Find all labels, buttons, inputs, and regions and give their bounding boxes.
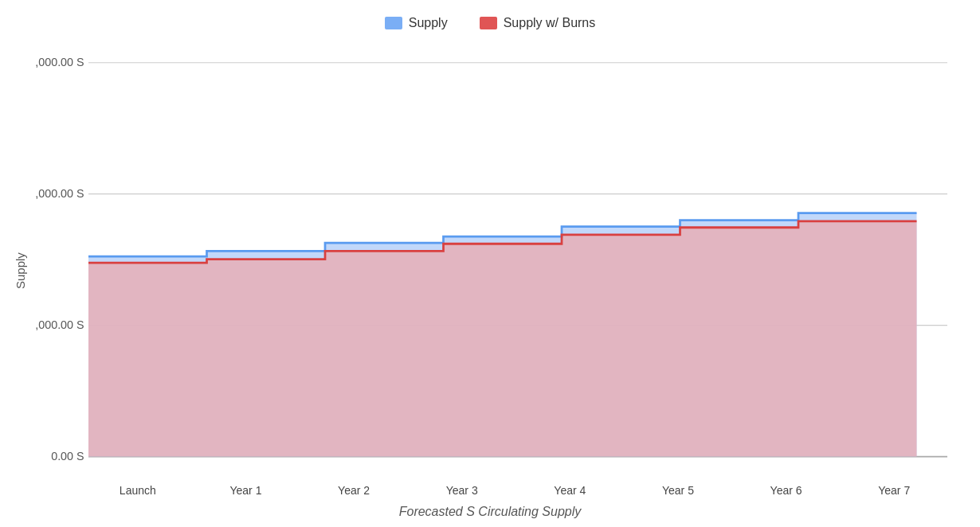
chart-svg: 6,000,000,000.00 S 4,000,000,000.00 S 2,… (36, 45, 956, 479)
svg-text:4,000,000,000.00 S: 4,000,000,000.00 S (36, 187, 84, 200)
x-label-year1: Year 1 (192, 484, 300, 497)
svg-text:2,000,000,000.00 S: 2,000,000,000.00 S (36, 318, 84, 331)
x-label-year3: Year 3 (408, 484, 516, 497)
chart-legend: Supply Supply w/ Burns (385, 16, 596, 30)
x-label-launch: Launch (84, 484, 192, 497)
legend-item-supply-burns: Supply w/ Burns (480, 16, 596, 30)
legend-color-supply (385, 17, 402, 29)
x-label-year7: Year 7 (840, 484, 948, 497)
x-label-year4: Year 4 (516, 484, 625, 497)
svg-wrapper: 6,000,000,000.00 S 4,000,000,000.00 S 2,… (36, 45, 956, 479)
x-axis-labels: Launch Year 1 Year 2 Year 3 Year 4 Year … (84, 479, 948, 497)
legend-item-supply: Supply (385, 16, 448, 30)
legend-label-supply: Supply (409, 16, 448, 30)
legend-color-supply-burns (480, 17, 497, 29)
x-label-year2: Year 2 (300, 484, 408, 497)
y-axis-label: Supply (8, 45, 32, 497)
chart-area: Supply 6,000,000,000.00 S 4,000,000,000.… (0, 45, 980, 497)
chart-container: Supply Supply w/ Burns Supply 6,000,000,… (0, 0, 980, 527)
legend-label-supply-burns: Supply w/ Burns (504, 16, 596, 30)
x-label-year5: Year 5 (624, 484, 732, 497)
svg-text:6,000,000,000.00 S: 6,000,000,000.00 S (36, 56, 84, 68)
chart-inner: 6,000,000,000.00 S 4,000,000,000.00 S 2,… (36, 45, 956, 497)
chart-title: Forecasted S Circulating Supply (399, 505, 582, 519)
svg-text:0.00 S: 0.00 S (51, 450, 84, 463)
x-label-year6: Year 6 (732, 484, 841, 497)
